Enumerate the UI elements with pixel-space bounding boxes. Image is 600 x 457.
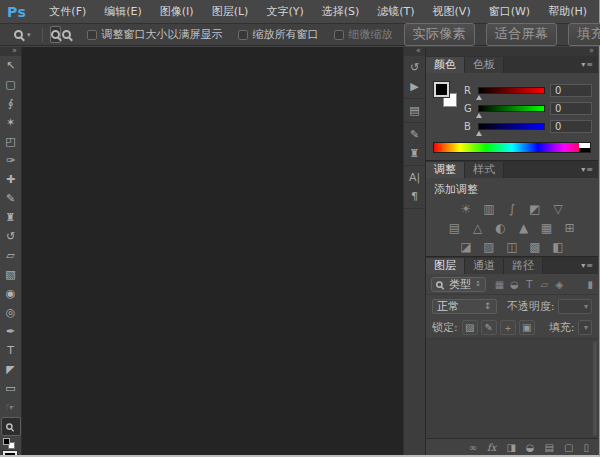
checkbox-icon[interactable] (334, 30, 344, 40)
black-white-icon[interactable]: ◐ (494, 221, 508, 235)
magic-wand-tool[interactable]: ✶ (1, 113, 21, 132)
channel-mixer-icon[interactable]: ▦ (540, 221, 554, 235)
gradient-tool[interactable]: ▧ (1, 265, 21, 284)
lock-transparent-button[interactable]: ▨ (462, 320, 478, 335)
actions-panel-icon[interactable]: ▶ (405, 77, 425, 96)
slider-thumb-icon[interactable] (476, 113, 482, 118)
smart-object-filter-icon[interactable]: ◈ (552, 279, 567, 290)
zoom-tool[interactable] (1, 417, 21, 436)
adjustments-tab[interactable]: 样式 (465, 162, 504, 178)
healing-brush-tool[interactable]: ✚ (1, 170, 21, 189)
hue-saturation-icon[interactable]: ▤ (448, 221, 462, 235)
brush-tool[interactable]: ✎ (1, 189, 21, 208)
gradient-map-icon[interactable]: ▩ (528, 240, 542, 254)
posterize-icon[interactable]: ▨ (482, 240, 496, 254)
black-white-ramp-end[interactable] (579, 143, 590, 152)
color-balance-icon[interactable]: △ (471, 221, 485, 235)
slider-thumb-icon[interactable] (476, 95, 482, 100)
layers-tab[interactable]: 通道 (465, 258, 504, 274)
zoom-option-checkbox-0[interactable]: 调整窗口大小以满屏显示 (87, 27, 223, 42)
zoom-out-button[interactable] (61, 26, 72, 43)
fill-screen-button[interactable]: 填充屏幕 (568, 23, 600, 46)
path-selection-tool[interactable]: ◤ (1, 360, 21, 379)
layers-tab[interactable]: 图层 (426, 258, 465, 274)
vibrance-icon[interactable]: ▽ (551, 202, 565, 216)
levels-icon[interactable]: ▥ (482, 202, 496, 216)
layer-style-button[interactable]: fx (487, 442, 496, 453)
menu-item-view[interactable]: 视图(V) (424, 5, 480, 18)
collapse-dock-chevrons-icon[interactable]: » (426, 47, 598, 56)
hand-tool[interactable]: ☞ (1, 398, 21, 417)
menu-item-select[interactable]: 选择(S) (313, 5, 369, 18)
panel-menu-icon[interactable]: ▾≡ (581, 165, 594, 174)
move-tool[interactable]: ↖ (1, 56, 21, 75)
pixel-layer-filter-icon[interactable]: ▦ (492, 279, 507, 290)
photo-filter-icon[interactable]: ▲ (517, 221, 531, 235)
zoom-in-button[interactable] (50, 26, 61, 43)
layer-mask-button[interactable]: ◨ (506, 442, 515, 453)
slider-track-R[interactable] (478, 87, 545, 94)
checkbox-icon[interactable] (87, 30, 97, 40)
color-tab[interactable]: 颜色 (426, 57, 465, 73)
new-group-button[interactable]: ▤ (545, 442, 554, 453)
layers-tab[interactable]: 路径 (504, 258, 543, 274)
type-layer-filter-icon[interactable]: T (522, 279, 537, 290)
threshold-icon[interactable]: ◫ (505, 240, 519, 254)
adjustments-tab[interactable]: 调整 (426, 162, 465, 178)
new-adjustment-layer-button[interactable]: ◒ (526, 442, 535, 453)
actual-pixels-button[interactable]: 实际像素 (404, 23, 475, 46)
slider-track-G[interactable] (478, 105, 545, 112)
canvas-area[interactable] (22, 47, 404, 455)
curves-icon[interactable]: ∫ (505, 202, 519, 216)
zoom-option-checkbox-2[interactable]: 细微缩放 (334, 27, 393, 42)
fit-screen-button[interactable]: 适合屏幕 (486, 23, 557, 46)
panel-menu-icon[interactable]: ▾≡ (581, 261, 594, 270)
color-lookup-icon[interactable]: ⊞ (563, 221, 577, 235)
menu-item-window[interactable]: 窗口(W) (480, 5, 539, 18)
scrollbar[interactable] (593, 341, 597, 436)
properties-panel-icon[interactable]: ▤ (405, 101, 425, 120)
new-layer-button[interactable]: ▢ (564, 442, 573, 453)
blur-tool[interactable]: ◉ (1, 284, 21, 303)
slider-thumb-icon[interactable] (476, 131, 482, 136)
menu-item-layer[interactable]: 图层(L) (203, 5, 258, 18)
menu-item-file[interactable]: 文件(F) (40, 5, 95, 18)
lock-pixels-button[interactable]: ✎ (481, 320, 497, 335)
brush-presets-panel-icon[interactable]: ✎ (405, 125, 425, 144)
channel-value-R[interactable]: 0 (550, 84, 592, 97)
menu-item-help[interactable]: 帮助(H) (539, 5, 596, 18)
clone-source-panel-icon[interactable]: ♜ (405, 144, 425, 163)
layers-list[interactable] (426, 339, 598, 438)
tool-preset-picker[interactable]: ▾ (10, 28, 35, 41)
filter-kind-dropdown[interactable]: 类型 ↕ (431, 277, 486, 292)
foreground-color-swatch[interactable] (434, 82, 449, 97)
selective-color-icon[interactable]: ◧ (551, 240, 565, 254)
panel-menu-icon[interactable]: ▾≡ (581, 60, 594, 69)
lasso-tool[interactable]: ∮ (1, 94, 21, 113)
type-tool[interactable]: T (1, 341, 21, 360)
blend-mode-dropdown[interactable]: 正常 ↕ (432, 299, 497, 314)
exposure-icon[interactable]: ◩ (528, 202, 542, 216)
shape-layer-filter-icon[interactable]: ▱ (537, 279, 552, 290)
pen-tool[interactable]: ✒ (1, 322, 21, 341)
default-foreground-swatch[interactable] (3, 438, 10, 445)
shape-tool[interactable]: ▭ (1, 379, 21, 398)
color-tab[interactable]: 色板 (465, 57, 504, 73)
history-brush-tool[interactable]: ↺ (1, 227, 21, 246)
brightness-contrast-icon[interactable]: ☀ (459, 202, 473, 216)
opacity-field[interactable]: ▾ (558, 299, 592, 314)
adjustment-layer-filter-icon[interactable]: ◒ (507, 279, 522, 290)
delete-layer-button[interactable]: ▯ (583, 442, 589, 453)
clone-stamp-tool[interactable]: ♜ (1, 208, 21, 227)
lock-position-button[interactable]: ＋ (500, 320, 516, 335)
expand-dock-chevrons-icon[interactable]: « (404, 47, 425, 56)
link-layers-button[interactable]: ∞ (469, 442, 477, 453)
eraser-tool[interactable]: ▱ (1, 246, 21, 265)
slider-track-B[interactable] (478, 123, 545, 130)
collapse-toolbar-chevrons-icon[interactable]: » (0, 47, 21, 56)
paragraph-panel-icon[interactable]: ¶ (405, 187, 425, 206)
marquee-tool[interactable]: ▢ (1, 75, 21, 94)
foreground-color-swatch[interactable] (3, 451, 17, 455)
color-spectrum-ramp[interactable] (433, 142, 591, 153)
character-panel-icon[interactable]: A| (405, 168, 425, 187)
